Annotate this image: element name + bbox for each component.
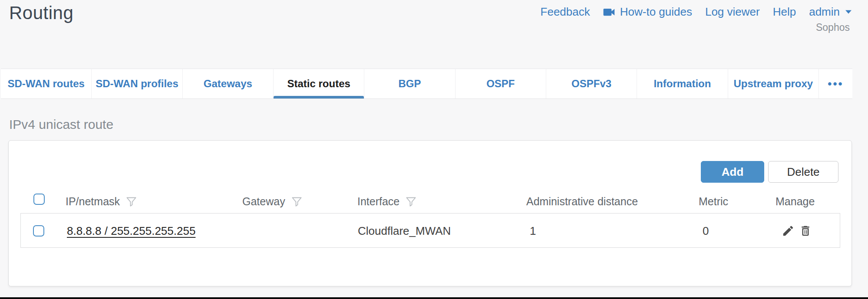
log-viewer-label: Log viewer [705,5,760,19]
column-label: Metric [699,195,728,208]
row-checkbox[interactable] [33,225,44,237]
user-menu-label: admin [809,5,840,19]
more-tabs-button[interactable]: ••• [818,69,852,99]
tab-bgp[interactable]: BGP [364,69,455,99]
column-label: Manage [776,195,815,208]
tab-label: OSPF [486,78,515,90]
log-viewer-link[interactable]: Log viewer [705,5,760,19]
howto-guides-label: How-to guides [620,5,692,19]
column-header-administrative-distance: Administrative distance [526,193,638,210]
funnel-icon[interactable] [125,196,137,207]
column-label: Interface [357,195,399,208]
help-link[interactable]: Help [773,5,796,19]
tab-label: SD-WAN profiles [96,78,178,90]
tab-label: Upstream proxy [733,78,813,90]
cell-metric: 0 [703,214,709,248]
videocam-icon [603,7,616,17]
cell-manage [782,214,812,248]
column-header-metric: Metric [699,193,728,210]
tab-sd-wan-routes[interactable]: SD-WAN routes [1,69,92,99]
tab-label: BGP [398,78,421,90]
column-header-manage: Manage [776,193,815,210]
tab-label: Static routes [287,78,350,90]
tab-ospfv3[interactable]: OSPFv3 [546,69,637,99]
tab-label: SD-WAN routes [7,78,84,90]
page-title: Routing [9,3,73,23]
tab-information[interactable]: Information [637,69,728,99]
tab-gateways[interactable]: Gateways [183,69,274,99]
howto-guides-link[interactable]: How-to guides [603,5,692,19]
feedback-link-label: Feedback [541,5,590,19]
brand-label: Sophos [816,22,850,33]
column-label: IP/netmask [66,195,120,208]
funnel-icon[interactable] [405,196,417,207]
help-label: Help [773,5,796,19]
tab-label: Information [653,78,711,90]
tab-sd-wan-profiles[interactable]: SD-WAN profiles [92,69,182,99]
screen-bottom-edge [0,297,868,299]
cell-ip-netmask: 8.8.8.8 / 255.255.255.255 [67,214,195,248]
routing-page: Routing Feedback How-to guides Log viewe… [0,0,868,299]
select-all-checkbox[interactable] [33,194,45,205]
pencil-icon[interactable] [782,224,795,237]
section-heading: IPv4 unicast route [9,117,113,132]
feedback-link[interactable]: Feedback [541,5,590,19]
table-header: IP/netmask Gateway Interface Administrat… [9,193,851,210]
route-link[interactable]: 8.8.8.8 / 255.255.255.255 [67,224,195,238]
table-row: 8.8.8.8 / 255.255.255.255 Cloudflare_MWA… [20,213,840,248]
funnel-icon[interactable] [291,196,303,207]
user-menu[interactable]: admin [809,5,852,19]
tab-bar: SD-WAN routes SD-WAN profiles Gateways S… [1,69,852,99]
tab-label: Gateways [204,78,252,90]
active-tab-underline [274,96,364,99]
add-button[interactable]: Add [701,161,764,183]
top-nav: Feedback How-to guides Log viewer Help a… [541,5,852,19]
routes-panel: Add Delete IP/netmask Gateway Interface [8,140,852,286]
column-header-gateway: Gateway [242,193,303,210]
column-header-interface: Interface [357,193,417,210]
cell-administrative-distance: 1 [530,214,536,248]
column-label: Administrative distance [526,195,638,208]
trash-icon[interactable] [799,224,812,237]
cell-interface: Cloudflare_MWAN [358,214,451,248]
tab-ospf[interactable]: OSPF [455,69,546,99]
delete-button[interactable]: Delete [768,161,838,183]
tab-upstream-proxy[interactable]: Upstream proxy [728,69,818,99]
column-label: Gateway [242,195,285,208]
column-header-ip-netmask: IP/netmask [66,193,137,210]
chevron-down-icon [845,10,852,14]
ellipsis-icon: ••• [828,77,843,91]
tab-label: OSPFv3 [571,78,611,90]
tab-static-routes[interactable]: Static routes [274,69,364,99]
